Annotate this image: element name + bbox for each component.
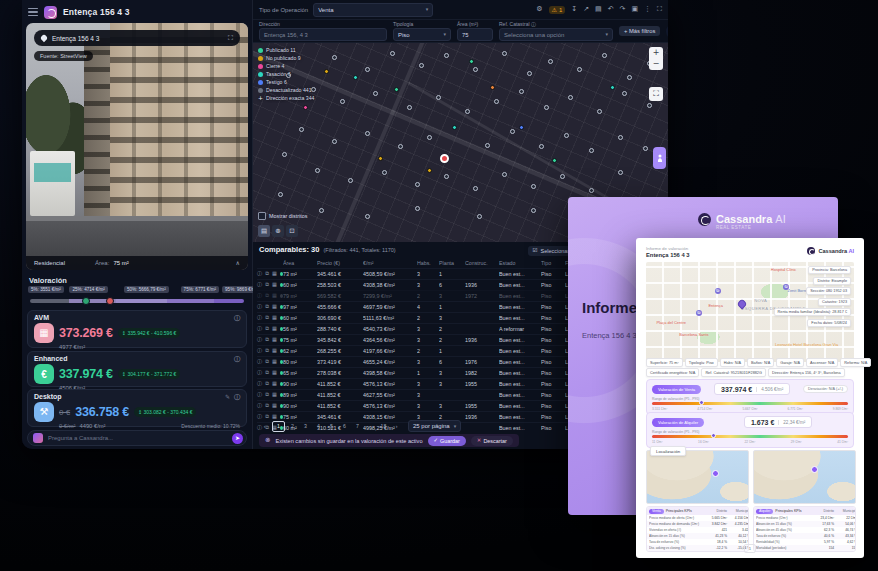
copy-icon[interactable]: ⧉ xyxy=(265,370,269,375)
info-icon[interactable]: ⓘ xyxy=(234,394,240,400)
percentile-slider[interactable] xyxy=(30,299,244,303)
comparable-marker[interactable] xyxy=(490,85,495,90)
building-icon[interactable]: ▦ xyxy=(272,326,277,331)
copy-icon[interactable]: ⧉ xyxy=(265,304,269,309)
app-logo[interactable] xyxy=(44,6,57,19)
copy-icon[interactable]: ⧉ xyxy=(265,271,269,276)
page-button[interactable]: 2 xyxy=(287,422,298,431)
page-button[interactable]: 6 xyxy=(339,422,350,431)
area-input[interactable]: 75 xyxy=(457,28,493,41)
comparable-marker[interactable] xyxy=(415,206,420,211)
comparable-marker[interactable] xyxy=(510,129,515,134)
map-fullscreen-button[interactable]: ⛶ xyxy=(649,87,663,101)
copy-icon[interactable]: ⧉ xyxy=(265,315,269,320)
more-filters-button[interactable]: + Más filtros xyxy=(619,26,660,36)
column-header[interactable]: Estado xyxy=(499,260,541,266)
comparable-marker[interactable] xyxy=(365,67,370,72)
discard-button[interactable]: ✕Descartar xyxy=(471,436,513,446)
fullscreen-icon[interactable]: ⛶ xyxy=(657,6,662,13)
comparable-marker[interactable] xyxy=(469,59,474,64)
building-icon[interactable]: ▦ xyxy=(272,282,277,287)
streetview-card[interactable]: Entença 156 4 3 ⛶ Fuente: StreetView Res… xyxy=(26,23,248,270)
comparable-marker[interactable] xyxy=(602,53,607,58)
column-header[interactable]: Habs. xyxy=(417,260,439,266)
legend-item[interactable]: Cierre 4 xyxy=(258,63,314,69)
building-icon[interactable]: ▦ xyxy=(272,315,277,320)
info-icon[interactable]: ⓘ xyxy=(257,392,262,397)
legend-item[interactable]: Publicado 11 xyxy=(258,47,314,53)
legend-item[interactable]: Testigo 6 xyxy=(258,79,314,85)
settings-gear-icon[interactable]: ⚙ xyxy=(536,6,542,13)
address-search-bar[interactable]: Entença 156 4 3 ⛶ xyxy=(34,30,240,46)
comparable-marker[interactable] xyxy=(365,131,370,136)
copy-icon[interactable]: ⧉ xyxy=(265,337,269,342)
redo-icon[interactable]: ↷ xyxy=(620,6,626,13)
comparable-marker[interactable] xyxy=(340,99,345,104)
comparable-marker[interactable] xyxy=(390,51,395,56)
show-districts-checkbox[interactable]: Mostrar distritos xyxy=(258,212,307,220)
comparable-marker[interactable] xyxy=(564,133,569,138)
building-icon[interactable]: ▦ xyxy=(272,359,277,364)
comparable-marker[interactable] xyxy=(519,89,524,94)
comparable-marker[interactable] xyxy=(548,59,553,64)
info-icon[interactable]: ⓘ xyxy=(257,326,262,331)
building-icon[interactable]: ▦ xyxy=(272,403,277,408)
chart-icon[interactable]: ↗ xyxy=(583,6,589,13)
copy-icon[interactable]: ⧉ xyxy=(265,293,269,298)
comparable-marker[interactable] xyxy=(452,125,457,130)
comparable-marker[interactable] xyxy=(494,99,499,104)
page-button[interactable]: 1 xyxy=(272,421,285,432)
page-button[interactable]: 4 xyxy=(313,422,324,431)
building-icon[interactable]: ▦ xyxy=(272,392,277,397)
building-icon[interactable]: ▦ xyxy=(272,370,277,375)
page-button[interactable]: ‹ xyxy=(259,422,270,431)
building-icon[interactable]: ▦ xyxy=(272,293,277,298)
comparable-marker[interactable] xyxy=(618,135,623,140)
comparable-marker[interactable] xyxy=(610,85,615,90)
copy-icon[interactable]: ⧉ xyxy=(265,414,269,419)
comparable-marker[interactable] xyxy=(332,139,337,144)
info-icon[interactable]: ⓘ xyxy=(257,359,262,364)
comparable-marker[interactable] xyxy=(577,67,582,72)
comparable-marker[interactable] xyxy=(627,75,632,80)
comparable-marker[interactable] xyxy=(485,143,490,148)
operation-select[interactable]: Venta▾ xyxy=(313,3,433,17)
building-icon[interactable]: ▦ xyxy=(272,337,277,342)
comparable-marker[interactable] xyxy=(419,63,424,68)
building-icon[interactable]: ▦ xyxy=(272,304,277,309)
comparable-marker[interactable] xyxy=(444,53,449,58)
legend-item[interactable]: Tasación 6 xyxy=(258,71,314,77)
save-button[interactable]: ✓Guardar xyxy=(428,436,466,446)
table-view-icon[interactable]: ▤ xyxy=(595,6,602,13)
column-header[interactable]: Precio (€) xyxy=(317,260,363,266)
info-icon[interactable]: ⓘ xyxy=(257,315,262,320)
copy-icon[interactable]: ⧉ xyxy=(265,282,269,287)
building-icon[interactable]: ▦ xyxy=(272,381,277,386)
column-header[interactable]: Construc. xyxy=(465,260,499,266)
info-icon[interactable]: ⓘ xyxy=(257,403,262,408)
ask-cassandra-bar[interactable]: Pregunta a Cassandra... ➤ xyxy=(27,430,247,446)
catastral-select[interactable]: Selecciona una opción▾ xyxy=(499,28,613,41)
comparable-marker[interactable] xyxy=(527,71,532,76)
info-icon[interactable]: ⓘ xyxy=(234,356,240,362)
per-page-select[interactable]: 25 por página▾ xyxy=(408,420,461,432)
edit-pencil-icon[interactable]: ✎ xyxy=(225,394,230,400)
undo-icon[interactable]: ↶ xyxy=(608,6,614,13)
send-button[interactable]: ➤ xyxy=(232,433,243,444)
page-button[interactable]: … xyxy=(365,422,376,431)
building-icon[interactable]: ▦ xyxy=(272,414,277,419)
page-button[interactable]: 5 xyxy=(326,422,337,431)
comparable-marker[interactable] xyxy=(436,95,441,100)
comparable-marker[interactable] xyxy=(324,69,329,74)
info-icon[interactable]: ⓘ xyxy=(257,381,262,386)
portfolio-icon[interactable]: ▣ xyxy=(631,6,638,13)
info-icon[interactable]: ⓘ xyxy=(257,337,262,342)
slider-knob-green[interactable] xyxy=(82,297,90,305)
column-header[interactable]: Tipo xyxy=(541,260,565,266)
dismiss-icon[interactable]: ⊗ xyxy=(265,437,270,444)
slider-knob-red[interactable] xyxy=(106,297,114,305)
zoom-in-button[interactable]: + xyxy=(653,49,660,57)
comparable-marker[interactable] xyxy=(465,109,470,114)
copy-icon[interactable]: ⧉ xyxy=(265,392,269,397)
tipologia-select[interactable]: Piso▾ xyxy=(393,28,451,41)
